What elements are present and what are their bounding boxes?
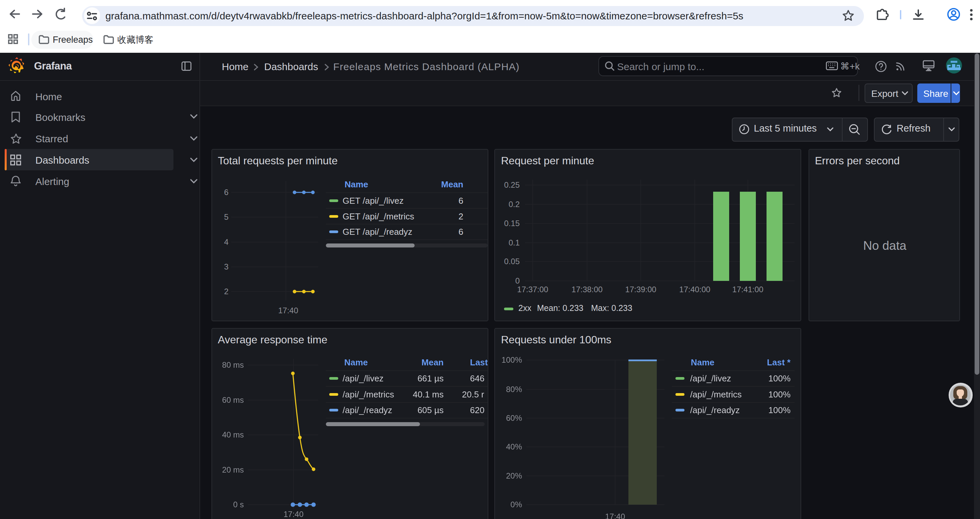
svg-text:/api/_/livez: /api/_/livez	[690, 373, 731, 383]
svg-text:0 s: 0 s	[233, 500, 243, 509]
svg-text:60 ms: 60 ms	[222, 395, 243, 404]
svg-text:17:38:00: 17:38:00	[571, 285, 602, 294]
svg-text:2xx: 2xx	[519, 303, 531, 313]
svg-text:Mean: Mean	[421, 357, 443, 367]
svg-text:17:39:00: 17:39:00	[625, 285, 656, 294]
svg-text:0.2: 0.2	[509, 200, 520, 209]
svg-text:5: 5	[224, 212, 228, 222]
svg-text:GET /api/_/metrics: GET /api/_/metrics	[342, 211, 414, 222]
svg-text:100%: 100%	[768, 405, 791, 415]
svg-text:0.15: 0.15	[504, 219, 520, 228]
svg-text:GET /api/_/readyz: GET /api/_/readyz	[342, 227, 412, 237]
svg-text:Last *: Last *	[767, 357, 791, 367]
svg-text:0.1: 0.1	[509, 238, 520, 247]
svg-text:0.05: 0.05	[504, 257, 520, 266]
svg-text:6: 6	[458, 227, 463, 237]
svg-text:17:40: 17:40	[283, 509, 303, 518]
svg-text:620: 620	[470, 405, 484, 415]
svg-text:80 ms: 80 ms	[222, 360, 243, 369]
svg-text:80%: 80%	[506, 385, 522, 393]
svg-text:605 µs: 605 µs	[417, 405, 443, 415]
svg-text:646: 646	[470, 373, 484, 383]
svg-text:17:40: 17:40	[605, 512, 625, 519]
svg-text:0%: 0%	[510, 500, 522, 509]
svg-text:40%: 40%	[506, 442, 522, 451]
svg-text:40 ms: 40 ms	[222, 430, 243, 439]
svg-text:17:40:00: 17:40:00	[679, 285, 710, 294]
svg-text:20 ms: 20 ms	[222, 465, 243, 474]
svg-text:2: 2	[458, 211, 463, 222]
svg-text:100%: 100%	[768, 389, 791, 399]
svg-text:3: 3	[224, 262, 228, 271]
svg-text:17:37:00: 17:37:00	[517, 285, 548, 294]
svg-text:4: 4	[224, 238, 228, 246]
svg-text:100%: 100%	[768, 373, 791, 383]
svg-text:Name: Name	[691, 357, 714, 367]
svg-text:GET /api/_/livez: GET /api/_/livez	[342, 196, 403, 206]
svg-text:0.25: 0.25	[504, 180, 520, 189]
svg-text:Name: Name	[344, 357, 368, 367]
svg-text:661 µs: 661 µs	[417, 373, 443, 383]
svg-text:/api/_/metrics: /api/_/metrics	[342, 389, 394, 399]
svg-text:/api/_/readyz: /api/_/readyz	[342, 405, 392, 415]
svg-text:17:41:00: 17:41:00	[732, 285, 763, 294]
svg-text:Mean: 0.233: Mean: 0.233	[537, 303, 584, 313]
svg-text:6: 6	[224, 188, 228, 197]
svg-text:/api/_/livez: /api/_/livez	[342, 373, 383, 383]
svg-text:Mean: Mean	[441, 179, 463, 189]
svg-text:Name: Name	[344, 179, 368, 189]
svg-text:Last *: Last *	[470, 357, 487, 367]
svg-text:60%: 60%	[506, 413, 522, 422]
svg-text:40.1 ms: 40.1 ms	[413, 389, 444, 399]
svg-text:100%: 100%	[502, 355, 522, 364]
svg-text:0: 0	[515, 276, 520, 285]
svg-text:20.5 r: 20.5 r	[461, 389, 484, 399]
svg-text:/api/_/metrics: /api/_/metrics	[690, 389, 742, 399]
svg-text:20%: 20%	[506, 471, 522, 480]
svg-text:6: 6	[458, 196, 463, 206]
svg-text:2: 2	[224, 287, 228, 296]
svg-text:/api/_/readyz: /api/_/readyz	[690, 405, 740, 415]
svg-text:17:40: 17:40	[278, 306, 298, 315]
svg-text:Max: 0.233: Max: 0.233	[591, 303, 632, 313]
